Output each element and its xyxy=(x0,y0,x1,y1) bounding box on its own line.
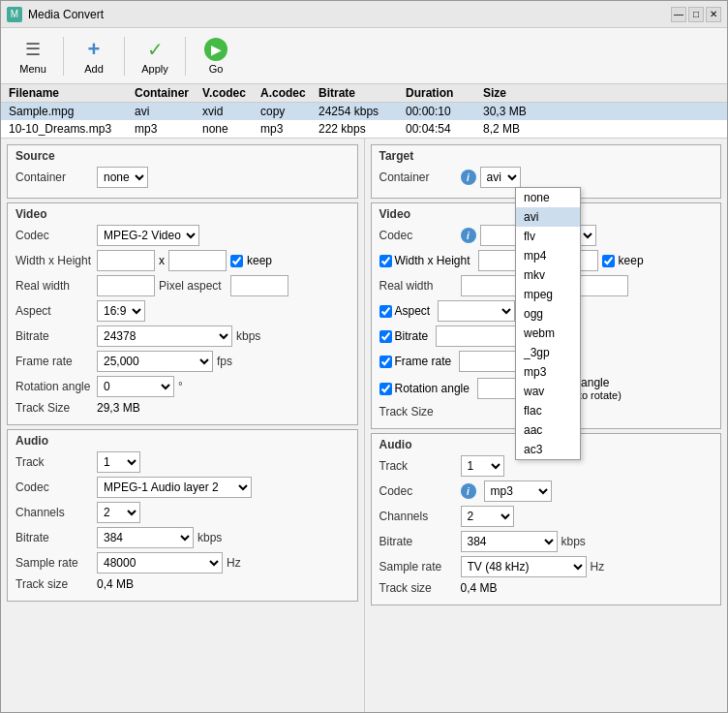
source-audio-title: Audio xyxy=(15,434,349,448)
go-button[interactable]: ▶ Go xyxy=(192,34,240,78)
target-container-info-icon[interactable]: i xyxy=(461,170,476,185)
target-audio-bitrate-select[interactable]: 384 xyxy=(461,531,558,552)
target-container-select[interactable]: avi xyxy=(480,167,521,188)
target-rotation-checkbox-row: Rotation angle xyxy=(379,382,470,395)
target-audio-channels-row: Channels 2 xyxy=(379,506,713,527)
close-btn[interactable]: ✕ xyxy=(706,7,721,22)
target-bitrate-checkbox[interactable] xyxy=(379,330,392,343)
dropdown-item-aac[interactable]: aac xyxy=(516,420,580,440)
source-rotation-row: Rotation angle 0 ° xyxy=(15,376,349,397)
dropdown-item-webm[interactable]: webm xyxy=(516,324,580,343)
dropdown-item-none[interactable]: none xyxy=(516,188,580,207)
target-audio-channels-label: Channels xyxy=(379,510,457,523)
source-container-row: Container none xyxy=(15,167,349,188)
source-codec-label: Codec xyxy=(15,229,93,242)
apply-label: Apply xyxy=(141,63,168,75)
target-audio-codec-select[interactable]: mp3 xyxy=(484,480,552,502)
target-rotation-checkbox[interactable] xyxy=(379,383,392,395)
target-pixelaspect-input[interactable]: 1 xyxy=(580,275,628,296)
source-rotation-select[interactable]: 0 xyxy=(97,376,174,397)
source-container-select[interactable]: none xyxy=(97,167,148,188)
target-audio-codec-row: Codec i mp3 xyxy=(379,480,713,502)
target-codec-info-icon[interactable]: i xyxy=(461,228,476,243)
target-keep-checkbox[interactable] xyxy=(602,255,615,267)
target-audio-samplerate-select[interactable]: TV (48 kHz) xyxy=(461,556,587,577)
dropdown-item-ac3[interactable]: ac3 xyxy=(516,440,580,459)
source-audio-samplerate-select[interactable]: 48000 xyxy=(97,552,223,574)
source-audio-codec-label: Codec xyxy=(15,480,93,494)
source-audio-track-select[interactable]: 1 xyxy=(97,451,140,473)
target-framerate-label: Frame rate xyxy=(395,355,452,368)
dropdown-item-mp4[interactable]: mp4 xyxy=(516,246,580,265)
dropdown-item-avi[interactable]: avi xyxy=(516,207,580,227)
target-rotation-label: Rotation angle xyxy=(395,382,470,395)
source-audio-codec-row: Codec MPEG-1 Audio layer 2 xyxy=(15,477,349,498)
target-framerate-checkbox[interactable] xyxy=(379,356,392,368)
source-keep-checkbox[interactable] xyxy=(230,255,243,267)
dropdown-item-flac[interactable]: flac xyxy=(516,401,580,420)
source-codec-select[interactable]: MPEG-2 Video xyxy=(97,225,199,246)
target-bitrate-label: Bitrate xyxy=(395,329,429,343)
cell-size: 8,2 MB xyxy=(483,122,551,136)
source-wh-label: Width x Height xyxy=(15,254,93,267)
target-audio-codec-info-icon[interactable]: i xyxy=(461,483,476,499)
file-row[interactable]: 10-10_Dreams.mp3 mp3 none mp3 222 kbps 0… xyxy=(1,120,727,138)
dropdown-item-mkv[interactable]: mkv xyxy=(516,265,580,285)
target-audio-bitrate-label: Bitrate xyxy=(379,535,457,548)
target-tracksize-label: Track Size xyxy=(379,405,457,418)
target-realwidth-input[interactable] xyxy=(461,275,519,296)
source-pixelaspect-input[interactable]: 1 xyxy=(230,275,288,296)
source-realwidth-input[interactable]: 1920 xyxy=(97,275,155,296)
target-audio-bitrate-unit: kbps xyxy=(561,535,586,548)
source-audio-bitrate-unit: kbps xyxy=(197,531,222,544)
target-audio-track-select[interactable]: 1 xyxy=(461,455,504,477)
source-audio-channels-row: Channels 2 xyxy=(15,502,349,523)
cell-bitrate: 24254 kbps xyxy=(318,105,406,118)
source-bitrate-select[interactable]: 24378 xyxy=(97,326,232,347)
source-rotation-unit: ° xyxy=(178,380,183,393)
dropdown-item-mp3[interactable]: mp3 xyxy=(516,362,580,382)
target-framerate-checkbox-row: Frame rate xyxy=(379,355,452,368)
target-aspect-label: Aspect xyxy=(395,304,431,318)
source-audio-channels-select[interactable]: 2 xyxy=(97,502,140,523)
source-bitrate-unit: kbps xyxy=(236,329,260,343)
file-row[interactable]: Sample.mpg avi xvid copy 24254 kbps 00:0… xyxy=(1,103,727,120)
cell-acodec: mp3 xyxy=(260,122,318,136)
cell-filename: Sample.mpg xyxy=(9,105,135,118)
cell-size: 30,3 MB xyxy=(483,105,551,118)
source-audio-tracksize-label: Track size xyxy=(15,577,93,591)
source-audio-bitrate-label: Bitrate xyxy=(15,531,93,544)
source-framerate-select[interactable]: 25,000 xyxy=(97,351,213,372)
source-tracksize-row: Track Size 29,3 MB xyxy=(15,401,349,415)
cell-filename: 10-10_Dreams.mp3 xyxy=(9,122,135,136)
minimize-btn[interactable]: — xyxy=(671,7,686,22)
apply-button[interactable]: ✓ Apply xyxy=(131,34,179,78)
source-audio-tracksize-row: Track size 0,4 MB xyxy=(15,577,349,591)
dropdown-item-ogg[interactable]: ogg xyxy=(516,304,580,324)
source-container-section: Source Container none xyxy=(7,144,358,199)
menu-button[interactable]: ☰ Menu xyxy=(9,34,57,78)
target-aspect-select[interactable] xyxy=(438,300,515,322)
source-audio-bitrate-select[interactable]: 384 xyxy=(97,527,194,548)
source-bitrate-label: Bitrate xyxy=(15,329,93,343)
target-audio-channels-select[interactable]: 2 xyxy=(461,506,514,527)
dropdown-item-mpeg[interactable]: mpeg xyxy=(516,285,580,304)
source-audio-tracksize-value: 0,4 MB xyxy=(97,577,134,591)
source-height-input[interactable]: 1080 xyxy=(168,250,227,271)
source-aspect-select[interactable]: 16:9 xyxy=(97,300,145,322)
toolbar-sep-2 xyxy=(124,37,125,76)
dropdown-item-3gp[interactable]: _3gp xyxy=(516,343,580,362)
maximize-btn[interactable]: □ xyxy=(688,7,704,22)
cell-bitrate: 222 kbps xyxy=(318,122,406,136)
source-audio-codec-select[interactable]: MPEG-1 Audio layer 2 xyxy=(97,477,252,498)
dropdown-item-flv[interactable]: flv xyxy=(516,227,580,246)
add-button[interactable]: + Add xyxy=(70,34,118,78)
target-audio-track-label: Track xyxy=(379,459,457,473)
source-width-input[interactable]: 1920 xyxy=(97,250,155,271)
dropdown-item-wav[interactable]: wav xyxy=(516,382,580,401)
target-audio-samplerate-row: Sample rate TV (48 kHz) Hz xyxy=(379,556,713,577)
target-wh-checkbox[interactable] xyxy=(379,255,392,267)
target-container-label: Container xyxy=(379,170,457,184)
target-aspect-checkbox[interactable] xyxy=(379,305,392,318)
target-container-row: Container i avi xyxy=(379,167,713,188)
